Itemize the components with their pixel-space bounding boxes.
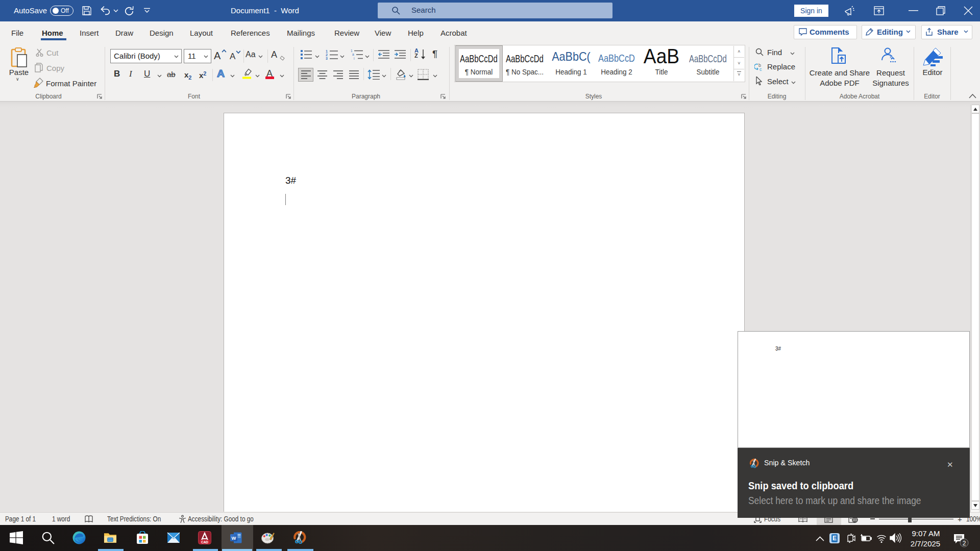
svg-text:1: 1: [351, 49, 353, 53]
svg-text:c: c: [760, 67, 762, 71]
svg-text:W: W: [232, 535, 236, 541]
svg-text:x: x: [890, 55, 892, 59]
svg-text:2: 2: [326, 53, 328, 57]
svg-text:1: 1: [326, 49, 328, 53]
svg-text:2: 2: [963, 540, 966, 547]
svg-text:3: 3: [326, 57, 328, 60]
svg-text:a: a: [352, 53, 354, 56]
svg-text:CAD: CAD: [201, 540, 208, 544]
svg-text:i: i: [354, 57, 354, 60]
